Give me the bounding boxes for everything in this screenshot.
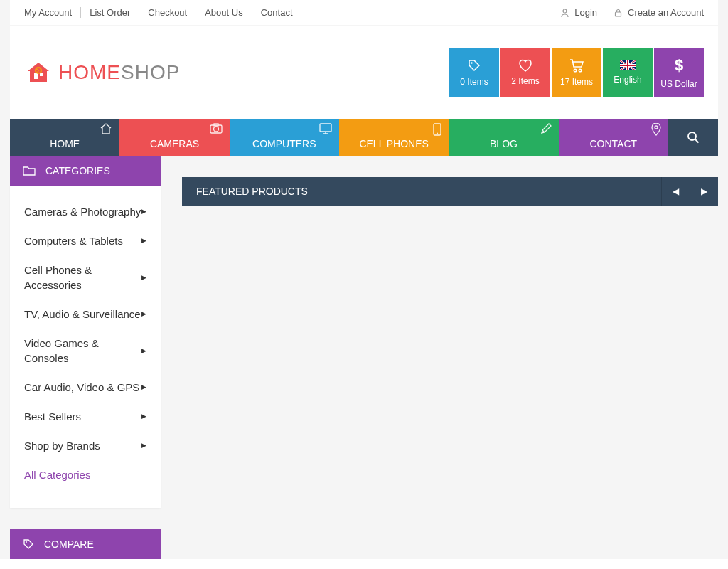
- svg-point-15: [655, 126, 658, 129]
- cat-label: Car Audio, Video & GPS: [24, 380, 139, 395]
- top-utility-bar: My Account List Order Checkout About Us …: [10, 0, 718, 25]
- featured-title: FEATURED PRODUCTS: [182, 186, 308, 197]
- logo-text-home: HOME: [58, 61, 121, 83]
- cat-label: Shop by Brands: [24, 438, 100, 453]
- wishlist-count: 2 Items: [511, 76, 539, 86]
- link-my-account[interactable]: My Account: [24, 7, 81, 18]
- nav-cell-label: CELL PHONES: [359, 138, 429, 149]
- compare-title: COMPARE: [44, 538, 94, 550]
- categories-header: CATEGORIES: [10, 156, 161, 186]
- cat-computers[interactable]: Computers & Tablets ▶: [10, 226, 161, 255]
- tag-icon: [23, 538, 34, 550]
- cart-box[interactable]: 17 Items: [552, 48, 601, 97]
- nav-home[interactable]: HOME: [10, 119, 119, 156]
- nav-computers[interactable]: COMPUTERS: [230, 119, 339, 156]
- cat-all-categories[interactable]: All Categories: [10, 460, 161, 489]
- cat-video-games[interactable]: Video Games & Consoles ▶: [10, 329, 161, 373]
- nav-contact-label: CONTACT: [589, 138, 637, 149]
- flag-icon: [620, 60, 636, 70]
- link-checkout[interactable]: Checkout: [139, 7, 196, 18]
- search-icon: [687, 131, 700, 144]
- featured-next-button[interactable]: ▶: [690, 177, 718, 206]
- nav-home-label: HOME: [50, 138, 80, 149]
- chevron-right-icon: ▶: [141, 236, 146, 245]
- header-action-boxes: 0 Items 2 Items 17 Items English: [449, 48, 704, 97]
- topbar-right-links: Login Create an Account: [561, 7, 704, 18]
- svg-point-16: [688, 132, 696, 140]
- chevron-left-icon: ◀: [673, 186, 679, 196]
- wishlist-box[interactable]: 2 Items: [500, 48, 550, 97]
- svg-point-14: [437, 133, 438, 134]
- site-logo[interactable]: HOMESHOP: [24, 58, 180, 87]
- nav-contact[interactable]: CONTACT: [559, 119, 668, 156]
- svg-point-7: [579, 69, 582, 72]
- svg-rect-12: [320, 124, 331, 132]
- create-account-label: Create an Account: [628, 7, 704, 18]
- cat-car-audio[interactable]: Car Audio, Video & GPS ▶: [10, 373, 161, 402]
- link-about-us[interactable]: About Us: [196, 7, 252, 18]
- folder-icon: [23, 166, 36, 176]
- nav-blog[interactable]: BLOG: [449, 119, 558, 156]
- site-header: HOMESHOP 0 Items 2 Items 17 Items: [10, 26, 718, 119]
- compare-header: COMPARE: [10, 529, 161, 559]
- cat-shop-brands[interactable]: Shop by Brands ▶: [10, 431, 161, 460]
- cat-tv-audio[interactable]: TV, Audio & Surveillance ▶: [10, 299, 161, 329]
- svg-point-6: [574, 69, 577, 72]
- pin-icon: [651, 123, 661, 136]
- logo-house-icon: [24, 58, 53, 87]
- nav-cell-phones[interactable]: CELL PHONES: [339, 119, 449, 156]
- tag-icon: [467, 58, 481, 73]
- nav-search[interactable]: [668, 119, 718, 156]
- login-link[interactable]: Login: [561, 7, 597, 18]
- chevron-right-icon: ▶: [141, 207, 146, 216]
- lock-icon: [614, 9, 622, 17]
- main-content: FEATURED PRODUCTS ◀ ▶: [182, 156, 718, 559]
- featured-prev-button[interactable]: ◀: [661, 177, 690, 206]
- chevron-right-icon: ▶: [141, 309, 146, 319]
- link-list-order[interactable]: List Order: [81, 7, 139, 18]
- phone-icon: [433, 123, 441, 136]
- featured-products-bar: FEATURED PRODUCTS ◀ ▶: [182, 177, 718, 206]
- svg-point-10: [213, 127, 218, 132]
- svg-rect-1: [616, 12, 621, 16]
- language-box[interactable]: English: [603, 48, 653, 97]
- svg-point-17: [26, 541, 27, 543]
- cat-label: TV, Audio & Surveillance: [24, 307, 141, 321]
- chevron-right-icon: ▶: [141, 273, 146, 282]
- cart-count: 17 Items: [560, 77, 593, 87]
- chevron-right-icon: ▶: [141, 346, 146, 356]
- cat-label: Best Sellers: [24, 409, 81, 424]
- cat-best-sellers[interactable]: Best Sellers ▶: [10, 402, 161, 431]
- nav-cameras-label: CAMERAS: [150, 138, 199, 149]
- svg-point-5: [471, 62, 472, 63]
- cat-all-label: All Categories: [24, 467, 90, 482]
- cat-cameras[interactable]: Cameras & Photography ▶: [10, 197, 161, 226]
- nav-cameras[interactable]: CAMERAS: [119, 119, 229, 156]
- cat-cell-phones[interactable]: Cell Phones & Accessories ▶: [10, 255, 161, 299]
- currency-label: US Dollar: [660, 79, 697, 89]
- create-account-link[interactable]: Create an Account: [614, 7, 704, 18]
- chevron-right-icon: ▶: [141, 412, 146, 421]
- nav-blog-label: BLOG: [490, 138, 518, 149]
- primary-nav: HOME CAMERAS COMPUTERS CELL PHONES BLOG: [10, 119, 718, 156]
- topbar-left-links: My Account List Order Checkout About Us …: [24, 7, 301, 18]
- compare-box[interactable]: 0 Items: [449, 48, 499, 97]
- logo-text: HOMESHOP: [58, 61, 180, 84]
- language-label: English: [614, 75, 641, 85]
- camera-icon: [210, 123, 223, 134]
- featured-nav-controls: ◀ ▶: [661, 177, 718, 206]
- logo-text-shop: SHOP: [121, 61, 180, 83]
- currency-box[interactable]: $ US Dollar: [654, 48, 704, 97]
- heart-icon: [518, 59, 532, 72]
- cart-icon: [569, 58, 584, 73]
- dollar-icon: $: [675, 56, 683, 75]
- category-list: Cameras & Photography ▶ Computers & Tabl…: [10, 186, 161, 508]
- chevron-right-icon: ▶: [701, 186, 707, 196]
- cat-label: Cameras & Photography: [24, 204, 141, 219]
- content-area: CATEGORIES Cameras & Photography ▶ Compu…: [10, 156, 718, 559]
- cat-label: Video Games & Consoles: [24, 336, 141, 366]
- cat-label: Computers & Tablets: [24, 233, 123, 248]
- home-icon: [100, 123, 112, 134]
- link-contact-top[interactable]: Contact: [252, 7, 301, 18]
- categories-title: CATEGORIES: [46, 165, 110, 176]
